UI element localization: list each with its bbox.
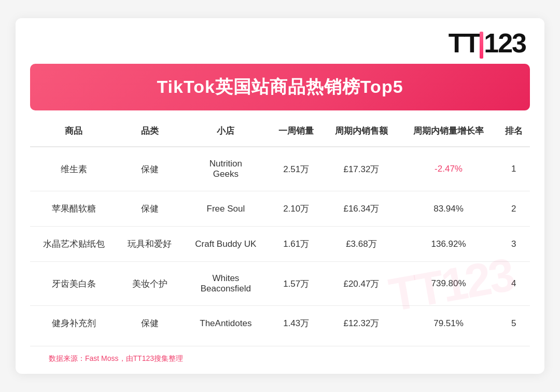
cell-shop: Free Soul xyxy=(183,191,269,227)
header-banner: TikTok英国站商品热销榜Top5 xyxy=(30,64,530,110)
logo-tt: TT xyxy=(449,28,480,58)
cell-category: 保健 xyxy=(117,147,183,191)
logo-bar xyxy=(480,32,483,59)
cell-category: 保健 xyxy=(117,191,183,227)
cell-growth-rate: 136.92% xyxy=(399,227,497,262)
logo-123: 123 xyxy=(484,28,526,58)
cell-product: 健身补充剂 xyxy=(30,306,117,341)
main-card: TT123 TikTok英国站商品热销榜Top5 TT123 商品 品类 小店 … xyxy=(16,18,544,374)
table-row: 牙齿美白条 美妆个护 WhitesBeaconsfield 1.57万 £20.… xyxy=(30,262,530,306)
cell-shop: TheAntidotes xyxy=(183,306,269,341)
cell-weekly-sales: 1.57万 xyxy=(269,262,324,306)
cell-rank: 2 xyxy=(498,191,530,227)
logo-area: TT123 xyxy=(16,18,544,64)
cell-growth-rate: 83.94% xyxy=(399,191,497,227)
table-container: 商品 品类 小店 一周销量 周期内销售额 周期内销量增长率 排名 维生素 保健 … xyxy=(16,110,544,346)
cell-growth-rate: 739.80% xyxy=(399,262,497,306)
cell-product: 水晶艺术贴纸包 xyxy=(30,227,117,262)
cell-product: 苹果醋软糖 xyxy=(30,191,117,227)
cell-weekly-sales: 1.43万 xyxy=(269,306,324,341)
col-period-revenue: 周期内销售额 xyxy=(323,116,399,147)
cell-category: 美妆个护 xyxy=(117,262,183,306)
col-shop: 小店 xyxy=(183,116,269,147)
cell-period-revenue: £16.34万 xyxy=(323,191,399,227)
data-table: 商品 品类 小店 一周销量 周期内销售额 周期内销量增长率 排名 维生素 保健 … xyxy=(30,116,530,341)
cell-growth-rate: 79.51% xyxy=(399,306,497,341)
cell-rank: 4 xyxy=(498,262,530,306)
col-product: 商品 xyxy=(30,116,117,147)
data-source: 数据来源：Fast Moss，由TT123搜集整理 xyxy=(49,354,183,362)
cell-period-revenue: £20.47万 xyxy=(323,262,399,306)
cell-weekly-sales: 2.10万 xyxy=(269,191,324,227)
col-growth-rate: 周期内销量增长率 xyxy=(399,116,497,147)
cell-product: 维生素 xyxy=(30,147,117,191)
table-header-row: 商品 品类 小店 一周销量 周期内销售额 周期内销量增长率 排名 xyxy=(30,116,530,147)
table-row: 健身补充剂 保健 TheAntidotes 1.43万 £12.32万 79.5… xyxy=(30,306,530,341)
cell-weekly-sales: 2.51万 xyxy=(269,147,324,191)
cell-growth-rate: -2.47% xyxy=(399,147,497,191)
cell-shop: Craft Buddy UK xyxy=(183,227,269,262)
cell-rank: 1 xyxy=(498,147,530,191)
cell-product: 牙齿美白条 xyxy=(30,262,117,306)
cell-category: 保健 xyxy=(117,306,183,341)
cell-category: 玩具和爱好 xyxy=(117,227,183,262)
table-row: 维生素 保健 NutritionGeeks 2.51万 £17.32万 -2.4… xyxy=(30,147,530,191)
page-title: TikTok英国站商品热销榜Top5 xyxy=(30,75,530,99)
cell-rank: 5 xyxy=(498,306,530,341)
cell-period-revenue: £17.32万 xyxy=(323,147,399,191)
cell-rank: 3 xyxy=(498,227,530,262)
col-rank: 排名 xyxy=(498,116,530,147)
table-row: 苹果醋软糖 保健 Free Soul 2.10万 £16.34万 83.94% … xyxy=(30,191,530,227)
cell-period-revenue: £3.68万 xyxy=(323,227,399,262)
logo: TT123 xyxy=(449,30,526,59)
cell-shop: WhitesBeaconsfield xyxy=(183,262,269,306)
table-row: 水晶艺术贴纸包 玩具和爱好 Craft Buddy UK 1.61万 £3.68… xyxy=(30,227,530,262)
cell-weekly-sales: 1.61万 xyxy=(269,227,324,262)
cell-shop: NutritionGeeks xyxy=(183,147,269,191)
footer: 数据来源：Fast Moss，由TT123搜集整理 xyxy=(30,346,530,374)
cell-period-revenue: £12.32万 xyxy=(323,306,399,341)
col-category: 品类 xyxy=(117,116,183,147)
col-weekly-sales: 一周销量 xyxy=(269,116,324,147)
